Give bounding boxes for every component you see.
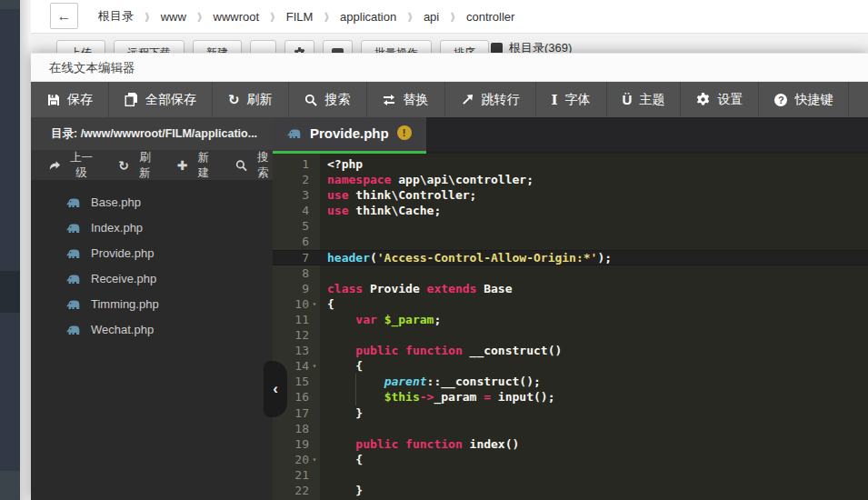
file-toolbar-button[interactable]: 新建 xyxy=(193,40,242,53)
breadcrumb-item[interactable]: controller xyxy=(455,10,525,24)
fold-arrow-icon[interactable]: ▾ xyxy=(309,452,320,467)
rail-segment xyxy=(0,471,20,500)
fold-spacer xyxy=(309,421,320,436)
breadcrumb-separator-icon: › xyxy=(145,3,150,30)
file-item[interactable]: Receive.php xyxy=(31,265,273,291)
back-button[interactable]: ← xyxy=(50,3,78,29)
file-item[interactable]: Provide.php xyxy=(31,240,273,265)
code-text: header('Access-Control-Allow-Origin:*'); xyxy=(320,251,612,265)
code-line: 12 xyxy=(273,327,868,343)
file-name: Timming.php xyxy=(91,297,159,311)
goto-line-icon xyxy=(461,94,474,105)
file-toolbar-button[interactable]: 排序 xyxy=(440,40,489,53)
breadcrumb-item[interactable]: 根目录 xyxy=(87,8,145,25)
toolbar-button-save[interactable]: 保存 xyxy=(31,82,109,117)
line-number: 18 xyxy=(273,421,309,436)
replace-icon xyxy=(383,94,396,106)
code-text: { xyxy=(320,452,363,467)
fold-spacer xyxy=(309,389,320,405)
folder-icon xyxy=(491,43,503,53)
root-count-text: 根目录(369) xyxy=(509,40,572,53)
line-number: 4 xyxy=(273,203,309,218)
code-text: } xyxy=(320,405,363,421)
fold-spacer xyxy=(309,374,320,389)
breadcrumb-bar: ← 根目录›www›wwwroot›FILM›application›api›c… xyxy=(31,0,868,34)
tree-action-refresh[interactable]: ↻刷新 xyxy=(118,150,155,181)
line-number: 21 xyxy=(273,467,309,483)
file-toolbar-button[interactable] xyxy=(250,40,276,53)
file-item[interactable]: Index.php xyxy=(31,215,273,240)
fold-spacer xyxy=(309,436,320,452)
file-toolbar-button[interactable] xyxy=(284,40,314,53)
fold-spacer xyxy=(309,343,320,358)
breadcrumb-item[interactable]: api xyxy=(413,10,450,24)
php-elephant-icon xyxy=(65,247,81,259)
fold-spacer xyxy=(309,405,320,421)
collapse-panel-handle[interactable]: ‹ xyxy=(264,361,287,417)
tab-bar: Provide.php ! xyxy=(273,117,868,154)
fold-spacer xyxy=(309,218,320,234)
line-number: 2 xyxy=(273,172,309,187)
code-line: 1<?php xyxy=(273,156,868,172)
toolbar-button-refresh[interactable]: ↻刷新 xyxy=(213,82,289,117)
php-elephant-icon xyxy=(65,298,81,310)
toolbar-button-replace[interactable]: 替换 xyxy=(367,82,445,117)
tree-action-search[interactable]: 搜索 xyxy=(235,150,273,181)
file-toolbar-button[interactable] xyxy=(323,40,353,53)
toolbar-button-theme[interactable]: Ü主题 xyxy=(607,82,682,117)
up-level-icon xyxy=(49,160,61,171)
code-line: 22 } xyxy=(273,483,868,498)
rail-segment xyxy=(0,0,20,9)
code-editor[interactable]: 1<?php2namespace app\api\controller;3use… xyxy=(273,154,868,500)
code-line: 10▾{ xyxy=(273,296,868,312)
file-manager-toolbar: 上传远程下载新建批量操作排序 根目录(369) xyxy=(31,34,868,53)
tree-action-new-file[interactable]: ✚新建 xyxy=(177,150,215,181)
code-line: 18 xyxy=(273,421,868,436)
editor-panel: Provide.php ! 1<?php2namespace app\api\c… xyxy=(273,117,868,500)
toolbar-button-settings[interactable]: 设置 xyxy=(681,82,759,117)
breadcrumb: 根目录›www›wwwroot›FILM›application›api›con… xyxy=(87,0,525,33)
search-icon xyxy=(235,159,247,172)
fold-spacer xyxy=(309,187,320,203)
breadcrumb-item[interactable]: application xyxy=(329,10,407,24)
breadcrumb-item[interactable]: www xyxy=(150,10,197,24)
toolbar-button-hotkeys[interactable]: ?快捷键 xyxy=(759,82,849,117)
file-toolbar-button[interactable]: 上传 xyxy=(56,40,105,53)
hotkeys-icon: ? xyxy=(774,94,787,106)
file-name: Base.php xyxy=(91,195,141,209)
toolbar-button-save-all[interactable]: 全部保存 xyxy=(109,82,213,117)
file-list: Base.phpIndex.phpProvide.phpReceive.phpT… xyxy=(31,180,273,342)
fold-arrow-icon[interactable]: ▾ xyxy=(309,296,320,312)
tab-provide-php[interactable]: Provide.php ! xyxy=(273,117,426,154)
code-text: use think\Cache; xyxy=(320,203,441,218)
toolbar-button-font[interactable]: I字体 xyxy=(536,82,607,117)
fold-arrow-icon[interactable]: ▾ xyxy=(309,358,320,374)
breadcrumb-separator-icon: › xyxy=(197,3,203,30)
file-name: Wechat.php xyxy=(91,323,154,336)
fold-spacer xyxy=(309,312,320,327)
code-line: 17 } xyxy=(273,405,868,421)
left-nav-rail xyxy=(0,0,20,500)
font-icon: I xyxy=(552,92,558,108)
breadcrumb-item[interactable]: wwwroot xyxy=(203,10,271,24)
toolbar-button-search[interactable]: 搜索 xyxy=(289,82,367,117)
line-number: 6 xyxy=(273,234,309,249)
save-all-icon xyxy=(125,93,138,106)
tree-action-up-level[interactable]: 上一级 xyxy=(49,150,96,181)
file-name: Receive.php xyxy=(91,272,156,285)
code-text xyxy=(320,467,327,483)
fold-spacer xyxy=(309,203,320,218)
line-number: 8 xyxy=(273,265,309,281)
code-text: $this->_param = input(); xyxy=(320,389,555,405)
file-item[interactable]: Wechat.php xyxy=(31,316,273,342)
breadcrumb-item[interactable]: FILM xyxy=(275,10,324,24)
line-number: 1 xyxy=(273,156,309,172)
file-toolbar-button[interactable]: 远程下载 xyxy=(114,40,185,53)
refresh-icon: ↻ xyxy=(118,158,129,173)
file-item[interactable]: Base.php xyxy=(31,189,273,215)
refresh-icon: ↻ xyxy=(228,92,240,108)
file-item[interactable]: Timming.php xyxy=(31,291,273,316)
toolbar-button-goto-line[interactable]: 跳转行 xyxy=(445,82,536,117)
file-toolbar-button[interactable]: 批量操作 xyxy=(361,40,432,53)
breadcrumb-separator-icon: › xyxy=(270,3,275,30)
